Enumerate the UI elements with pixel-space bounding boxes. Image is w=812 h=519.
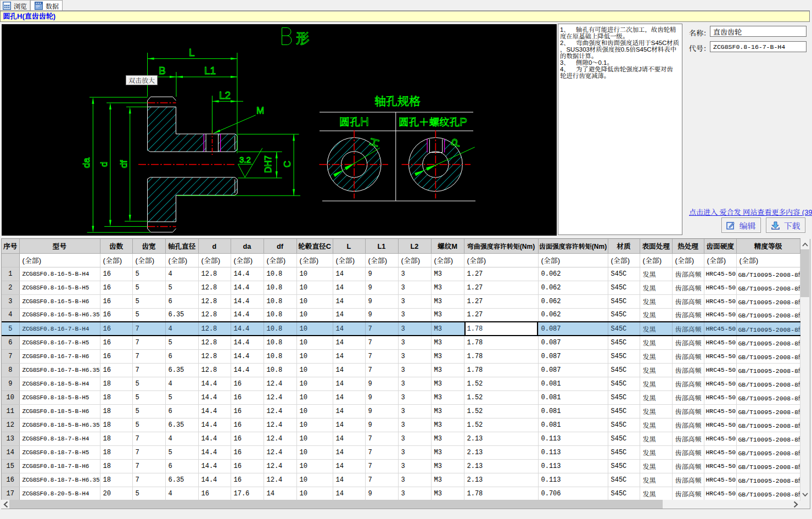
svg-text:d: d <box>99 162 109 167</box>
svg-text:3.2: 3.2 <box>239 155 251 164</box>
svg-text:C: C <box>282 161 293 168</box>
svg-text:圆孔H: 圆孔H <box>339 114 369 129</box>
svg-text:L1: L1 <box>204 65 216 76</box>
svg-text:L: L <box>189 47 195 58</box>
svg-text:L2: L2 <box>219 90 231 101</box>
svg-text:B: B <box>159 65 166 76</box>
svg-text:DH7: DH7 <box>264 155 273 173</box>
svg-text:形: 形 <box>296 27 310 47</box>
svg-text:轴孔规格: 轴孔规格 <box>374 92 421 109</box>
svg-text:df: df <box>119 160 129 168</box>
svg-text:da: da <box>81 158 92 168</box>
svg-text:圆孔＋螺纹孔P: 圆孔＋螺纹孔P <box>399 114 467 129</box>
svg-text:M: M <box>256 105 264 116</box>
